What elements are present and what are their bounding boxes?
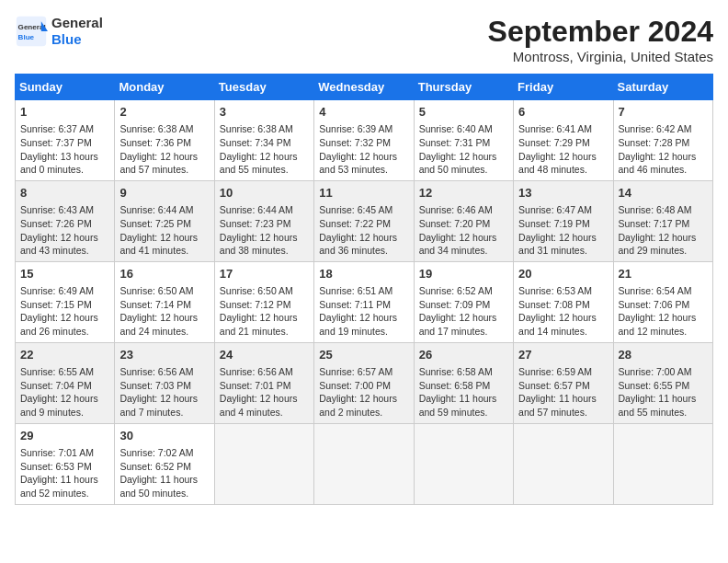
day-info: Sunrise: 6:50 AM Sunset: 7:14 PM Dayligh… [119, 284, 209, 339]
day-number: 22 [20, 347, 109, 363]
logo-text-blue: Blue [51, 31, 103, 48]
day-info: Sunrise: 6:51 AM Sunset: 7:11 PM Dayligh… [319, 284, 408, 339]
calendar-day: 14Sunrise: 6:48 AM Sunset: 7:17 PM Dayli… [613, 180, 712, 261]
day-info: Sunrise: 6:55 AM Sunset: 7:04 PM Dayligh… [20, 365, 109, 419]
calendar-week-5: 29Sunrise: 7:01 AM Sunset: 6:53 PM Dayli… [16, 423, 713, 504]
title-block: September 2024 Montross, Virginia, Unite… [488, 15, 713, 64]
page-header: General Blue General Blue September 2024… [15, 15, 713, 64]
day-number: 2 [119, 104, 209, 121]
day-info: Sunrise: 6:49 AM Sunset: 7:15 PM Dayligh… [20, 284, 109, 339]
logo-icon: General Blue [15, 15, 48, 48]
day-info: Sunrise: 7:01 AM Sunset: 6:53 PM Dayligh… [20, 446, 109, 500]
day-info: Sunrise: 6:58 AM Sunset: 6:58 PM Dayligh… [419, 365, 508, 419]
day-number: 23 [119, 347, 209, 363]
calendar-day: 11Sunrise: 6:45 AM Sunset: 7:22 PM Dayli… [314, 180, 414, 261]
day-number: 4 [319, 104, 408, 121]
calendar-day: 6Sunrise: 6:41 AM Sunset: 7:29 PM Daylig… [514, 100, 613, 181]
calendar-day: 26Sunrise: 6:58 AM Sunset: 6:58 PM Dayli… [414, 342, 513, 423]
calendar-day: 21Sunrise: 6:54 AM Sunset: 7:06 PM Dayli… [613, 261, 712, 342]
header-cell-tuesday: Tuesday [214, 75, 313, 100]
day-number: 12 [419, 185, 508, 201]
day-number: 20 [518, 266, 608, 282]
day-info: Sunrise: 6:41 AM Sunset: 7:29 PM Dayligh… [518, 122, 608, 177]
calendar-day: 13Sunrise: 6:47 AM Sunset: 7:19 PM Dayli… [514, 180, 613, 261]
day-number: 8 [20, 185, 109, 201]
calendar-day [414, 423, 513, 504]
day-number: 11 [319, 185, 408, 201]
day-info: Sunrise: 6:54 AM Sunset: 7:06 PM Dayligh… [619, 284, 708, 339]
calendar-day [514, 423, 613, 504]
day-number: 24 [220, 347, 309, 363]
day-number: 9 [119, 185, 209, 201]
day-number: 27 [518, 347, 608, 363]
header-cell-thursday: Thursday [414, 75, 513, 100]
day-number: 19 [419, 266, 508, 282]
day-info: Sunrise: 6:40 AM Sunset: 7:31 PM Dayligh… [419, 122, 508, 177]
day-number: 13 [518, 185, 608, 201]
day-info: Sunrise: 6:56 AM Sunset: 7:03 PM Dayligh… [119, 365, 209, 419]
calendar-day: 27Sunrise: 6:59 AM Sunset: 6:57 PM Dayli… [514, 342, 613, 423]
day-number: 14 [619, 185, 708, 201]
day-number: 25 [319, 347, 408, 363]
day-info: Sunrise: 6:39 AM Sunset: 7:32 PM Dayligh… [319, 122, 408, 177]
header-cell-sunday: Sunday [16, 75, 115, 100]
logo: General Blue General Blue [15, 15, 103, 48]
day-number: 3 [220, 104, 309, 121]
calendar-week-1: 1Sunrise: 6:37 AM Sunset: 7:37 PM Daylig… [16, 100, 713, 181]
day-number: 29 [20, 428, 109, 444]
day-info: Sunrise: 6:50 AM Sunset: 7:12 PM Dayligh… [220, 284, 309, 339]
calendar-day: 23Sunrise: 6:56 AM Sunset: 7:03 PM Dayli… [115, 342, 214, 423]
day-number: 7 [619, 104, 708, 121]
day-info: Sunrise: 6:43 AM Sunset: 7:26 PM Dayligh… [20, 203, 109, 258]
calendar-day: 17Sunrise: 6:50 AM Sunset: 7:12 PM Dayli… [214, 261, 313, 342]
calendar-day: 19Sunrise: 6:52 AM Sunset: 7:09 PM Dayli… [414, 261, 513, 342]
day-info: Sunrise: 6:52 AM Sunset: 7:09 PM Dayligh… [419, 284, 508, 339]
day-number: 28 [619, 347, 708, 363]
calendar-body: 1Sunrise: 6:37 AM Sunset: 7:37 PM Daylig… [16, 100, 713, 505]
logo-text-general: General [51, 15, 103, 31]
calendar-day: 24Sunrise: 6:56 AM Sunset: 7:01 PM Dayli… [214, 342, 313, 423]
calendar-week-3: 15Sunrise: 6:49 AM Sunset: 7:15 PM Dayli… [16, 261, 713, 342]
calendar-day [214, 423, 313, 504]
calendar-day: 15Sunrise: 6:49 AM Sunset: 7:15 PM Dayli… [16, 261, 115, 342]
calendar-day: 1Sunrise: 6:37 AM Sunset: 7:37 PM Daylig… [16, 100, 115, 181]
calendar-day: 29Sunrise: 7:01 AM Sunset: 6:53 PM Dayli… [16, 423, 115, 504]
calendar-day: 16Sunrise: 6:50 AM Sunset: 7:14 PM Dayli… [115, 261, 214, 342]
day-info: Sunrise: 6:59 AM Sunset: 6:57 PM Dayligh… [518, 365, 608, 419]
day-info: Sunrise: 6:56 AM Sunset: 7:01 PM Dayligh… [220, 365, 309, 419]
day-info: Sunrise: 6:38 AM Sunset: 7:36 PM Dayligh… [119, 122, 209, 177]
day-info: Sunrise: 7:00 AM Sunset: 6:55 PM Dayligh… [619, 365, 708, 419]
day-info: Sunrise: 6:42 AM Sunset: 7:28 PM Dayligh… [619, 122, 708, 177]
calendar-day: 2Sunrise: 6:38 AM Sunset: 7:36 PM Daylig… [115, 100, 214, 181]
page-subtitle: Montross, Virginia, United States [488, 49, 713, 64]
calendar-header: SundayMondayTuesdayWednesdayThursdayFrid… [16, 75, 713, 100]
day-info: Sunrise: 6:38 AM Sunset: 7:34 PM Dayligh… [220, 122, 309, 177]
header-cell-monday: Monday [115, 75, 214, 100]
day-info: Sunrise: 6:47 AM Sunset: 7:19 PM Dayligh… [518, 203, 608, 258]
day-info: Sunrise: 7:02 AM Sunset: 6:52 PM Dayligh… [119, 446, 209, 500]
calendar-day: 3Sunrise: 6:38 AM Sunset: 7:34 PM Daylig… [214, 100, 313, 181]
day-info: Sunrise: 6:44 AM Sunset: 7:23 PM Dayligh… [220, 203, 309, 258]
day-number: 18 [319, 266, 408, 282]
day-info: Sunrise: 6:44 AM Sunset: 7:25 PM Dayligh… [119, 203, 209, 258]
calendar-day [314, 423, 414, 504]
header-cell-friday: Friday [514, 75, 613, 100]
day-number: 1 [20, 104, 109, 121]
calendar-day: 9Sunrise: 6:44 AM Sunset: 7:25 PM Daylig… [115, 180, 214, 261]
calendar-week-2: 8Sunrise: 6:43 AM Sunset: 7:26 PM Daylig… [16, 180, 713, 261]
calendar-day: 5Sunrise: 6:40 AM Sunset: 7:31 PM Daylig… [414, 100, 513, 181]
calendar-table: SundayMondayTuesdayWednesdayThursdayFrid… [15, 74, 713, 505]
header-row: SundayMondayTuesdayWednesdayThursdayFrid… [16, 75, 713, 100]
calendar-day: 22Sunrise: 6:55 AM Sunset: 7:04 PM Dayli… [16, 342, 115, 423]
day-number: 21 [619, 266, 708, 282]
day-info: Sunrise: 6:37 AM Sunset: 7:37 PM Dayligh… [20, 122, 109, 177]
day-number: 10 [220, 185, 309, 201]
day-info: Sunrise: 6:46 AM Sunset: 7:20 PM Dayligh… [419, 203, 508, 258]
day-number: 5 [419, 104, 508, 121]
calendar-day: 25Sunrise: 6:57 AM Sunset: 7:00 PM Dayli… [314, 342, 414, 423]
calendar-day: 10Sunrise: 6:44 AM Sunset: 7:23 PM Dayli… [214, 180, 313, 261]
day-number: 6 [518, 104, 608, 121]
day-number: 30 [119, 428, 209, 444]
calendar-day: 7Sunrise: 6:42 AM Sunset: 7:28 PM Daylig… [613, 100, 712, 181]
calendar-day: 4Sunrise: 6:39 AM Sunset: 7:32 PM Daylig… [314, 100, 414, 181]
